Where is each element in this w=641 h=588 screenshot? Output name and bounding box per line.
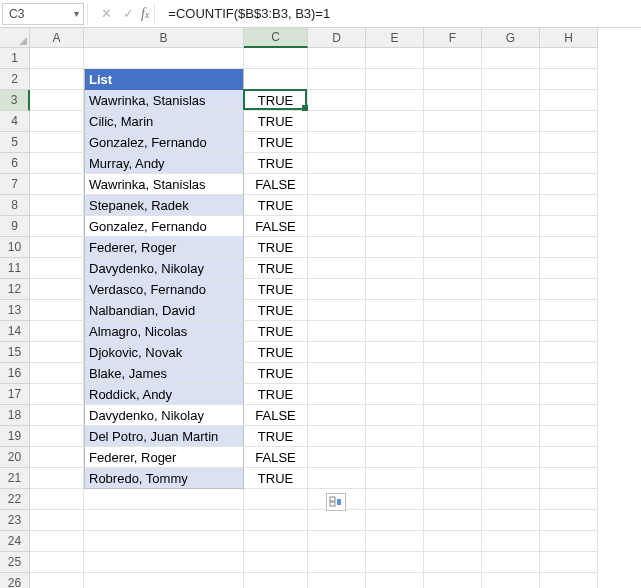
cell-A24[interactable] [30,531,84,552]
cell-F22[interactable] [424,489,482,510]
result-cell[interactable]: TRUE [244,237,308,258]
cell-B25[interactable] [84,552,244,573]
row-header-11[interactable]: 11 [0,258,30,279]
cell-E7[interactable] [366,174,424,195]
cell-G12[interactable] [482,279,540,300]
cell-A26[interactable] [30,573,84,588]
result-cell[interactable]: FALSE [244,216,308,237]
cell-H5[interactable] [540,132,598,153]
cell-D7[interactable] [308,174,366,195]
cell-H16[interactable] [540,363,598,384]
cell-D3[interactable] [308,90,366,111]
cell-F7[interactable] [424,174,482,195]
cell-B1[interactable] [84,48,244,69]
cell-D4[interactable] [308,111,366,132]
cell-E17[interactable] [366,384,424,405]
cell-F5[interactable] [424,132,482,153]
cell-E12[interactable] [366,279,424,300]
name-box[interactable]: C3 ▾ [2,3,84,25]
list-item[interactable]: Davydenko, Nikolay [84,258,244,279]
cell-A21[interactable] [30,468,84,489]
cell-G7[interactable] [482,174,540,195]
cell-D10[interactable] [308,237,366,258]
cell-F10[interactable] [424,237,482,258]
result-cell[interactable]: TRUE [244,468,308,489]
column-header-B[interactable]: B [84,28,244,48]
cell-D14[interactable] [308,321,366,342]
cell-F16[interactable] [424,363,482,384]
formula-input[interactable] [162,3,639,25]
cell-D9[interactable] [308,216,366,237]
result-cell[interactable]: FALSE [244,405,308,426]
cell-A16[interactable] [30,363,84,384]
cell-G16[interactable] [482,363,540,384]
column-header-H[interactable]: H [540,28,598,48]
cell-A8[interactable] [30,195,84,216]
cell-A17[interactable] [30,384,84,405]
list-item[interactable]: Federer, Roger [84,237,244,258]
cell-E2[interactable] [366,69,424,90]
cell-F3[interactable] [424,90,482,111]
cell-G5[interactable] [482,132,540,153]
cell-C25[interactable] [244,552,308,573]
cell-E11[interactable] [366,258,424,279]
cell-F1[interactable] [424,48,482,69]
row-header-19[interactable]: 19 [0,426,30,447]
result-cell[interactable]: TRUE [244,342,308,363]
cell-A6[interactable] [30,153,84,174]
result-cell[interactable]: TRUE [244,132,308,153]
cell-A7[interactable] [30,174,84,195]
cell-G3[interactable] [482,90,540,111]
cell-D12[interactable] [308,279,366,300]
cell-G2[interactable] [482,69,540,90]
cell-E19[interactable] [366,426,424,447]
cell-G20[interactable] [482,447,540,468]
row-header-20[interactable]: 20 [0,447,30,468]
result-cell[interactable]: TRUE [244,195,308,216]
row-header-9[interactable]: 9 [0,216,30,237]
cell-F12[interactable] [424,279,482,300]
cell-E23[interactable] [366,510,424,531]
result-cell[interactable]: TRUE [244,153,308,174]
column-header-C[interactable]: C [244,28,308,48]
cell-C2[interactable] [244,69,308,90]
cell-H9[interactable] [540,216,598,237]
cell-F4[interactable] [424,111,482,132]
cell-D1[interactable] [308,48,366,69]
cell-H10[interactable] [540,237,598,258]
cell-F2[interactable] [424,69,482,90]
row-header-4[interactable]: 4 [0,111,30,132]
cell-F18[interactable] [424,405,482,426]
list-item[interactable]: Federer, Roger [84,447,244,468]
list-item[interactable]: Verdasco, Fernando [84,279,244,300]
result-cell[interactable]: TRUE [244,300,308,321]
table-header-list[interactable]: List [84,69,244,90]
cell-A1[interactable] [30,48,84,69]
cell-H19[interactable] [540,426,598,447]
cell-E4[interactable] [366,111,424,132]
cell-F25[interactable] [424,552,482,573]
list-item[interactable]: Almagro, Nicolas [84,321,244,342]
cell-E20[interactable] [366,447,424,468]
cell-H4[interactable] [540,111,598,132]
cell-D6[interactable] [308,153,366,174]
cell-B22[interactable] [84,489,244,510]
row-header-13[interactable]: 13 [0,300,30,321]
cell-H14[interactable] [540,321,598,342]
cell-C23[interactable] [244,510,308,531]
cell-G6[interactable] [482,153,540,174]
list-item[interactable]: Stepanek, Radek [84,195,244,216]
result-cell[interactable]: TRUE [244,384,308,405]
cell-D17[interactable] [308,384,366,405]
cell-H8[interactable] [540,195,598,216]
list-item[interactable]: Robredo, Tommy [84,468,244,489]
cell-E26[interactable] [366,573,424,588]
cell-H13[interactable] [540,300,598,321]
cell-D25[interactable] [308,552,366,573]
cell-B24[interactable] [84,531,244,552]
cell-A20[interactable] [30,447,84,468]
cell-D26[interactable] [308,573,366,588]
row-header-22[interactable]: 22 [0,489,30,510]
cell-H15[interactable] [540,342,598,363]
cell-D15[interactable] [308,342,366,363]
